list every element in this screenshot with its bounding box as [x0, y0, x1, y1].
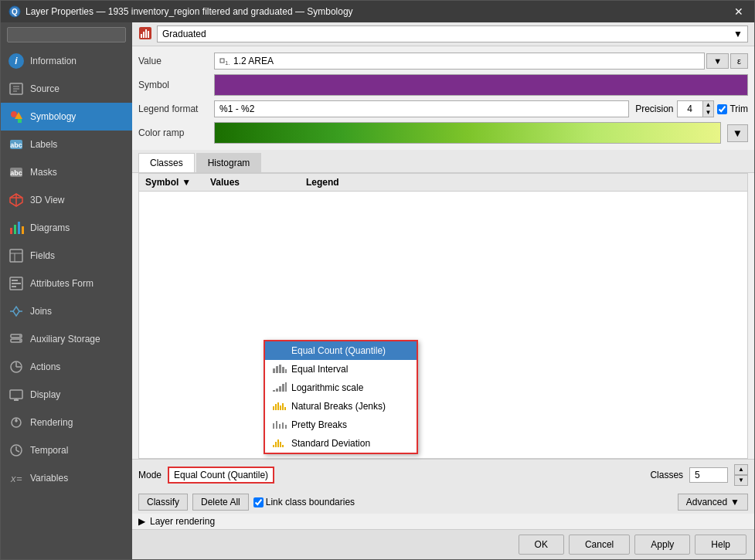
symbology-type-dropdown[interactable]: Graduated ▼	[157, 25, 748, 42]
tabs-row: Classes Histogram	[132, 150, 754, 173]
mode-dropdown[interactable]: Equal Count (Quantile)	[168, 467, 274, 484]
mode-dropdown-menu: Equal Count (Quantile) Equal Interval Lo…	[264, 340, 418, 454]
mode-label: Mode	[138, 470, 162, 480]
mode-option-pretty-breaks[interactable]: Pretty Breaks	[265, 416, 417, 434]
value-label: Value	[138, 56, 208, 66]
sidebar-label-diagrams: Diagrams	[30, 222, 70, 233]
precision-decrement-btn[interactable]: ▼	[702, 109, 714, 117]
svg-rect-62	[273, 390, 275, 392]
value-input-group: 1.2 1.2 AREA ▼ ε	[214, 53, 748, 70]
sidebar-item-joins[interactable]: Joins	[1, 297, 132, 325]
trim-checkbox-label[interactable]: Trim	[717, 104, 748, 114]
svg-rect-18	[18, 222, 20, 234]
value-expr-btn[interactable]: ε	[730, 53, 748, 69]
svg-rect-60	[282, 367, 284, 373]
sidebar-item-display[interactable]: Display	[1, 381, 132, 409]
search-input[interactable]	[7, 27, 126, 42]
classes-increment-btn[interactable]: ▲	[734, 464, 748, 475]
column-values: Values	[210, 177, 303, 188]
value-type-icon: 1.2	[219, 56, 230, 66]
help-button[interactable]: Help	[695, 535, 746, 555]
apply-button[interactable]: Apply	[634, 535, 690, 555]
symbol-label: Symbol	[138, 80, 208, 90]
svg-rect-65	[282, 384, 284, 392]
svg-rect-77	[285, 425, 287, 429]
ok-button[interactable]: OK	[519, 535, 564, 555]
trim-checkbox[interactable]	[717, 104, 727, 114]
symbology-type-value: Graduated	[162, 29, 206, 39]
mode-option-standard-deviation[interactable]: Standard Deviation	[265, 434, 417, 453]
sidebar-label-joins: Joins	[30, 306, 52, 317]
classes-decrement-btn[interactable]: ▼	[734, 475, 748, 486]
color-ramp-label: Color ramp	[138, 127, 208, 138]
delete-all-button[interactable]: Delete All	[192, 494, 249, 511]
joins-icon	[9, 304, 24, 319]
svg-rect-71	[282, 403, 284, 410]
sidebar-item-temporal[interactable]: Temporal	[1, 436, 132, 464]
search-box[interactable]	[1, 22, 132, 47]
dropdown-arrow: ▼	[733, 29, 743, 39]
svg-rect-48	[143, 32, 145, 38]
color-ramp-preview[interactable]	[214, 122, 721, 144]
symbol-preview[interactable]	[214, 74, 748, 96]
legend-format-row: Legend format Precision ▲ ▼	[138, 100, 748, 117]
sidebar-item-attributes-form[interactable]: Attributes Form	[1, 270, 132, 297]
sidebar-label-masks: Masks	[30, 167, 57, 178]
close-button[interactable]: ✕	[731, 5, 746, 18]
sidebar-item-source[interactable]: Source	[1, 75, 132, 103]
value-input[interactable]: 1.2 1.2 AREA	[214, 53, 705, 70]
mode-option-logarithmic[interactable]: Logarithmic scale	[265, 378, 417, 397]
classify-button[interactable]: Classify	[138, 494, 188, 511]
svg-rect-67	[273, 406, 274, 410]
mode-option-equal-interval[interactable]: Equal Interval	[265, 360, 417, 378]
sidebar-item-symbology[interactable]: Symbology	[1, 103, 132, 131]
svg-rect-70	[280, 406, 281, 410]
precision-spin-buttons: ▲ ▼	[702, 101, 714, 117]
svg-rect-47	[141, 34, 142, 38]
svg-rect-63	[276, 389, 278, 392]
graduated-icon	[138, 26, 152, 42]
color-ramp-dropdown-btn[interactable]: ▼	[727, 124, 748, 142]
bottom-row2: Classify Delete All Link class boundarie…	[132, 490, 754, 514]
sidebar-item-actions[interactable]: Actions	[1, 353, 132, 381]
svg-rect-74	[276, 421, 277, 429]
sidebar-item-3dview[interactable]: 3D View	[1, 186, 132, 214]
sidebar-item-fields[interactable]: Fields	[1, 242, 132, 270]
equal-interval-icon	[273, 364, 287, 375]
advanced-button[interactable]: Advanced ▼	[678, 494, 748, 511]
precision-increment-btn[interactable]: ▲	[702, 101, 714, 109]
sidebar-item-information[interactable]: i Information	[1, 47, 132, 75]
sidebar-item-diagrams[interactable]: Diagrams	[1, 214, 132, 242]
sidebar-item-masks[interactable]: abc Masks	[1, 158, 132, 186]
precision-value[interactable]	[678, 102, 702, 116]
svg-rect-56	[284, 347, 287, 355]
svg-rect-8	[18, 119, 22, 123]
tab-histogram[interactable]: Histogram	[196, 153, 262, 172]
cancel-button[interactable]: Cancel	[569, 535, 630, 555]
value-dropdown-btn[interactable]: ▼	[706, 53, 729, 69]
sidebar-item-auxiliary-storage[interactable]: Auxiliary Storage	[1, 325, 132, 353]
mode-option-natural-breaks[interactable]: Natural Breaks (Jenks)	[265, 397, 417, 416]
footer: OK Cancel Apply Help	[132, 529, 754, 559]
svg-text:x: x	[10, 473, 16, 484]
top-bar: Graduated ▼	[132, 22, 754, 46]
sidebar-label-auxiliary-storage: Auxiliary Storage	[30, 334, 100, 344]
classes-value[interactable]	[689, 467, 728, 483]
sidebar-label-symbology: Symbology	[30, 111, 76, 122]
sidebar-label-attributes-form: Attributes Form	[30, 278, 94, 289]
source-icon	[9, 81, 24, 97]
sidebar-item-rendering[interactable]: Rendering	[1, 409, 132, 436]
link-checkbox[interactable]	[253, 497, 264, 507]
expand-arrow[interactable]: ▶	[138, 516, 145, 527]
sidebar-item-labels[interactable]: abc Labels	[1, 131, 132, 158]
svg-rect-81	[280, 442, 281, 447]
svg-rect-54	[277, 347, 280, 355]
legend-format-input[interactable]	[214, 100, 629, 117]
sidebar-label-3dview: 3D View	[30, 195, 64, 205]
sidebar-item-variables[interactable]: x= Variables	[1, 464, 132, 492]
mode-option-equal-count[interactable]: Equal Count (Quantile)	[265, 341, 417, 360]
link-checkbox-label[interactable]: Link class boundaries	[253, 497, 355, 507]
rendering-icon	[9, 415, 24, 430]
svg-rect-79	[275, 442, 277, 447]
tab-classes[interactable]: Classes	[138, 153, 195, 172]
